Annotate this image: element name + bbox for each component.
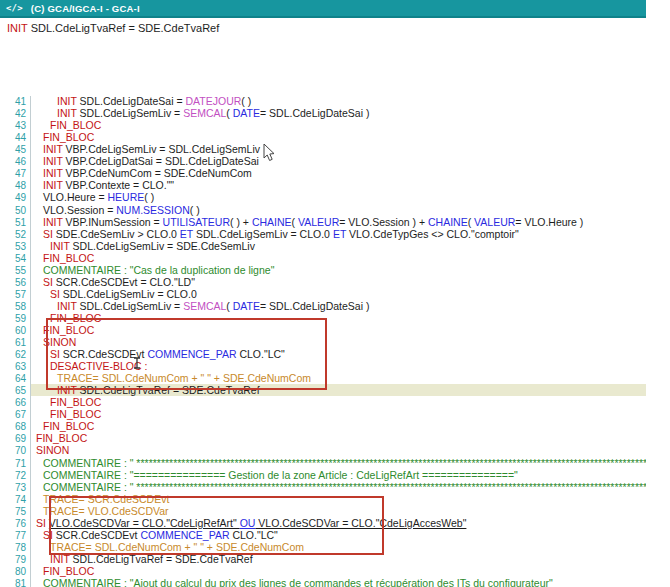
line-number[interactable]: 61: [0, 337, 31, 349]
line-number[interactable]: 62: [0, 349, 31, 361]
editor-tab[interactable]: </> (C) GCA/IGCA-I - GCA-I: [0, 0, 646, 18]
line-number[interactable]: 47: [0, 168, 31, 180]
code-line[interactable]: 64TRACE= SDL.CdeNumCom + " " + SDE.CdeNu…: [0, 372, 646, 384]
line-number[interactable]: 81: [0, 578, 31, 587]
code-token: SDL.CdeLigSemLiv =: [80, 107, 184, 119]
code-line[interactable]: 71COMMENTAIRE : " **********************…: [0, 457, 646, 469]
line-number[interactable]: 45: [0, 144, 31, 156]
line-number[interactable]: 41: [0, 96, 31, 108]
line-number[interactable]: 72: [0, 470, 31, 482]
line-content: INIT VBP.CdeLigSemLiv = SDL.CdeLigSemLiv: [31, 143, 646, 155]
code-area[interactable]: 41INIT SDL.CdeLigDateSai = DATEJOUR( )42…: [0, 71, 646, 587]
line-number[interactable]: 66: [0, 397, 31, 409]
code-token: TRACE= SCR.CdeSCDEvt: [43, 493, 169, 505]
line-content: VLO.Session = NUM.SESSION( ): [31, 204, 646, 216]
code-token: SCR.CdeSCDEvt: [63, 348, 148, 360]
line-number[interactable]: 71: [0, 458, 31, 470]
code-token: COMMENTAIRE : "Ajout du calcul du prix d…: [43, 577, 553, 587]
code-line[interactable]: 45INIT VBP.CdeLigSemLiv = SDL.CdeLigSemL…: [0, 143, 646, 155]
line-number[interactable]: 60: [0, 325, 31, 337]
code-line[interactable]: 54FIN_BLOC: [0, 252, 646, 264]
code-line[interactable]: 56SI SCR.CdeSCDEvt = CLO."LD": [0, 276, 646, 288]
line-number[interactable]: 54: [0, 253, 31, 265]
code-line[interactable]: 73COMMENTAIRE : " **********************…: [0, 481, 646, 493]
code-line[interactable]: 44FIN_BLOC: [0, 131, 646, 143]
code-line[interactable]: 62SI SCR.CdeSCDEvt COMMENCE_PAR CLO."LC": [0, 348, 646, 360]
line-number[interactable]: 44: [0, 132, 31, 144]
line-number[interactable]: 48: [0, 180, 31, 192]
code-line[interactable]: 80FIN_BLOC: [0, 565, 646, 577]
code-line[interactable]: 81COMMENTAIRE : "Ajout du calcul du prix…: [0, 577, 646, 587]
code-line[interactable]: 68FIN_BLOC: [0, 420, 646, 432]
line-number[interactable]: 64: [0, 373, 31, 385]
code-line[interactable]: 50VLO.Session = NUM.SESSION( ): [0, 204, 646, 216]
line-number[interactable]: 63: [0, 361, 31, 373]
code-line[interactable]: 72COMMENTAIRE : "=============== Gestion…: [0, 469, 646, 481]
code-line[interactable]: 41INIT SDL.CdeLigDateSai = DATEJOUR( ): [0, 95, 646, 107]
code-line[interactable]: 49VLO.Heure = HEURE( ): [0, 191, 646, 203]
line-content: INIT SDL.CdeLigTvaRef = SDE.CdeTvaRef: [31, 553, 646, 565]
code-line[interactable]: 63DESACTIVE-BLOC :: [0, 360, 646, 372]
code-line[interactable]: 67FIN_BLOC: [0, 408, 646, 420]
code-line[interactable]: 78TRACE= SDL.CdeNumCom + " " + SDE.CdeNu…: [0, 541, 646, 553]
line-number[interactable]: 51: [0, 217, 31, 229]
line-number[interactable]: 53: [0, 241, 31, 253]
line-number[interactable]: 70: [0, 445, 31, 457]
line-number[interactable]: 52: [0, 229, 31, 241]
line-content: INIT SDL.CdeLigSemLiv = SEMCAL( DATE= SD…: [31, 300, 646, 312]
line-number[interactable]: 79: [0, 554, 31, 566]
line-number[interactable]: 76: [0, 518, 31, 530]
code-line[interactable]: 65INIT SDL.CdeLigTvaRef = SDE.CdeTvaRef: [0, 384, 646, 396]
line-number[interactable]: 67: [0, 409, 31, 421]
code-line[interactable]: 60FIN_BLOC: [0, 324, 646, 336]
code-token: ( ): [144, 191, 154, 203]
line-number[interactable]: 55: [0, 265, 31, 277]
code-line[interactable]: 76SI VLO.CdeSCDVar = CLO."CdeLigRefArt" …: [0, 517, 646, 529]
code-token: OU: [240, 517, 256, 529]
line-number[interactable]: 65: [0, 385, 31, 397]
code-line[interactable]: 77SI SCR.CdeSCDEvt COMMENCE_PAR CLO."LC": [0, 529, 646, 541]
code-line[interactable]: 75TRACE= VLO.CdeSCDVar: [0, 505, 646, 517]
code-line[interactable]: 43FIN_BLOC: [0, 119, 646, 131]
line-content: SI SDL.CdeLigSemLiv = CLO.0: [31, 288, 646, 300]
line-number[interactable]: 59: [0, 313, 31, 325]
line-number[interactable]: 68: [0, 421, 31, 433]
line-number[interactable]: 56: [0, 277, 31, 289]
line-number[interactable]: 80: [0, 566, 31, 578]
code-line[interactable]: 53INIT SDL.CdeLigSemLiv = SDE.CdeSemLiv: [0, 240, 646, 252]
line-number[interactable]: 75: [0, 506, 31, 518]
code-line[interactable]: 69FIN_BLOC: [0, 432, 646, 444]
code-line[interactable]: 58INIT SDL.CdeLigSemLiv = SEMCAL( DATE= …: [0, 300, 646, 312]
code-line[interactable]: 61SINON: [0, 336, 646, 348]
line-number[interactable]: 73: [0, 482, 31, 494]
code-line[interactable]: 52SI SDE.CdeSemLiv > CLO.0 ET SDL.CdeLig…: [0, 228, 646, 240]
code-line[interactable]: 74TRACE= SCR.CdeSCDEvt: [0, 493, 646, 505]
code-line[interactable]: 57SI SDL.CdeLigSemLiv = CLO.0: [0, 288, 646, 300]
code-line[interactable]: 42INIT SDL.CdeLigSemLiv = SEMCAL( DATE= …: [0, 107, 646, 119]
code-token: FIN_BLOC: [43, 131, 94, 143]
line-number[interactable]: 50: [0, 205, 31, 217]
code-token: ET: [180, 228, 193, 240]
code-line[interactable]: 66FIN_BLOC: [0, 396, 646, 408]
code-line[interactable]: 59FIN_BLOC: [0, 312, 646, 324]
code-line[interactable]: 70SINON: [0, 444, 646, 456]
code-line[interactable]: 48INIT VBP.Contexte = CLO."": [0, 179, 646, 191]
line-number[interactable]: 78: [0, 542, 31, 554]
code-token: VLO.Session =: [43, 204, 116, 216]
line-number[interactable]: 49: [0, 192, 31, 204]
line-number[interactable]: 77: [0, 530, 31, 542]
line-number[interactable]: 57: [0, 289, 31, 301]
line-number[interactable]: 42: [0, 108, 31, 120]
line-content: INIT VBP.CdeLigDatSai = SDL.CdeLigDateSa…: [31, 155, 646, 167]
line-number[interactable]: 74: [0, 494, 31, 506]
line-number[interactable]: 58: [0, 301, 31, 313]
code-line[interactable]: 79INIT SDL.CdeLigTvaRef = SDE.CdeTvaRef: [0, 553, 646, 565]
line-number[interactable]: 43: [0, 120, 31, 132]
code-line[interactable]: 46INIT VBP.CdeLigDatSai = SDL.CdeLigDate…: [0, 155, 646, 167]
code-token: VBP.CdeLigSemLiv = SDL.CdeLigSemLiv: [66, 143, 260, 155]
line-number[interactable]: 69: [0, 433, 31, 445]
line-number[interactable]: 46: [0, 156, 31, 168]
code-line[interactable]: 47INIT VBP.CdeNumCom = SDE.CdeNumCom: [0, 167, 646, 179]
code-line[interactable]: 55COMMENTAIRE : "Cas de la duplication d…: [0, 264, 646, 276]
code-line[interactable]: 51INIT VBP.INumSession = UTILISATEUR( ) …: [0, 216, 646, 228]
